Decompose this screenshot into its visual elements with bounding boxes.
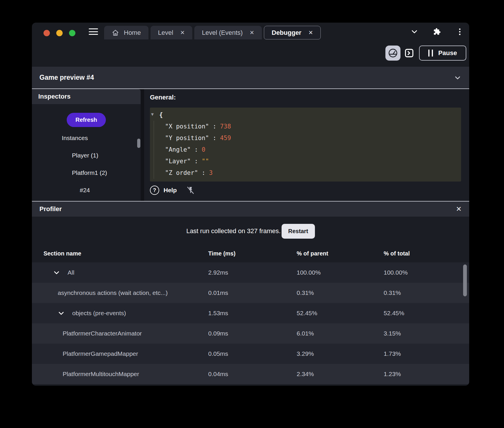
debugger-toolbar: Pause (32, 39, 469, 67)
refresh-button[interactable]: Refresh (67, 113, 106, 127)
profiler-table-header: Section name Time (ms) % of parent % of … (32, 246, 469, 262)
console-icon (404, 48, 414, 58)
json-value: 0 (202, 146, 205, 153)
tab-level-events-[interactable]: Level (Events)✕ (194, 26, 262, 39)
tree-item-label: Player (1) (72, 152, 98, 159)
percent-of-total-cell: 52.45% (384, 303, 404, 323)
percent-of-total-cell: 0.31% (384, 283, 401, 303)
inspectors-header: Inspectors (32, 89, 141, 104)
section-name-cell: asynchronous actions (wait action, etc..… (58, 283, 168, 303)
percent-of-parent-cell: 3.29% (297, 344, 314, 364)
more-options-kebab-icon[interactable] (456, 28, 463, 35)
column-header-section-name: Section name (43, 250, 81, 257)
profiler-row-objects-pre-events-[interactable]: objects (pre-events)1.53ms52.45%52.45% (32, 303, 469, 323)
tab-label: Level (Events) (202, 29, 243, 37)
tab-label: Level (158, 29, 173, 37)
debugger-window: HomeLevel✕Level (Events)✕Debugger✕ Pause… (32, 23, 469, 386)
profiler-status-text: Last run collected on 327 frames. (186, 227, 280, 235)
inspectors-scrollbar-thumb[interactable] (137, 139, 140, 148)
section-name-cell: PlatformerMultitouchMapper (63, 364, 139, 384)
tab-close-icon[interactable]: ✕ (308, 29, 313, 36)
tab-level[interactable]: Level✕ (151, 26, 193, 39)
help-row: ? Help (150, 186, 461, 195)
json-lines: ▼{X position738Y position459Angle0Layer"… (150, 109, 461, 179)
json-property-line: Y position459 (150, 132, 461, 144)
section-name-label: All (68, 269, 74, 276)
chevron-down-icon[interactable] (411, 28, 418, 35)
json-key: Layer (165, 158, 202, 165)
title-bar: HomeLevel✕Level (Events)✕Debugger✕ (32, 23, 469, 39)
tab-debugger[interactable]: Debugger✕ (264, 26, 321, 39)
maximize-window-button[interactable] (69, 30, 75, 36)
inspector-split: Inspectors Refresh InstancesPlayer (1)Pl… (32, 89, 469, 201)
percent-of-total-cell: 1.23% (384, 364, 401, 384)
json-key: Y position (165, 135, 220, 142)
hamburger-menu-icon[interactable] (89, 28, 98, 35)
expand-chevron-icon[interactable] (53, 269, 60, 276)
json-property-line: X position738 (150, 121, 461, 132)
tree-item-instances[interactable]: Instances (32, 129, 141, 147)
open-brace: { (159, 111, 163, 118)
close-window-button[interactable] (43, 30, 50, 36)
window-controls (43, 30, 75, 36)
titlebar-right-icons (411, 28, 463, 35)
tab-label: Home (124, 29, 141, 37)
game-preview-title: Game preview #4 (39, 74, 94, 81)
percent-of-parent-cell: 6.01% (297, 323, 314, 344)
speedometer-icon (387, 48, 398, 59)
minimize-window-button[interactable] (56, 30, 63, 36)
unpin-icon[interactable] (186, 186, 195, 195)
time-cell: 0.01ms (208, 283, 228, 303)
home-icon (112, 29, 119, 37)
extensions-puzzle-icon[interactable] (433, 28, 441, 35)
percent-of-total-cell: 3.15% (384, 323, 401, 344)
profiler-row-platformergamepadmapper: PlatformerGamepadMapper0.05ms3.29%1.73% (32, 344, 469, 364)
profiler-row-asynchronous-actions-wait-action-etc-: asynchronous actions (wait action, etc..… (32, 283, 469, 303)
inspectors-tree-area: Refresh InstancesPlayer (1)Platform1 (2)… (32, 104, 141, 201)
time-cell: 0.05ms (208, 344, 228, 364)
help-label[interactable]: Help (164, 187, 177, 194)
percent-of-parent-cell: 52.45% (297, 303, 317, 323)
tree-item-label: #24 (80, 187, 90, 194)
profiler-scrollbar-thumb[interactable] (463, 264, 467, 296)
screenshot-background: { "titlebar": { "tabs": [ {"label": "Hom… (0, 0, 504, 428)
restart-button[interactable]: Restart (282, 224, 315, 239)
profiler-status-row: Last run collected on 327 frames. Restar… (32, 223, 469, 239)
profiler-row-all[interactable]: All2.92ms100.00%100.00% (32, 262, 469, 283)
close-profiler-icon[interactable]: ✕ (456, 206, 462, 213)
pause-icon (428, 50, 433, 57)
profiler-header: Profiler ✕ (32, 201, 469, 217)
tab-close-icon[interactable]: ✕ (180, 29, 185, 36)
collapse-chevron-icon[interactable] (454, 74, 462, 82)
console-button[interactable] (403, 47, 415, 59)
expand-chevron-icon[interactable] (58, 310, 65, 317)
pause-button[interactable]: Pause (419, 46, 466, 61)
tree-item--24[interactable]: #24 (32, 182, 141, 199)
tree-item-player-1-[interactable]: Player (1) (32, 147, 141, 164)
collapse-triangle-icon[interactable]: ▼ (151, 108, 154, 120)
section-name-cell: PlatformerCharacterAnimator (63, 323, 142, 344)
section-name-label: PlatformerGamepadMapper (63, 350, 138, 357)
tab-home[interactable]: Home (104, 26, 148, 39)
section-name-cell: PlatformerGamepadMapper (63, 344, 138, 364)
tree-item-platform1-2-[interactable]: Platform1 (2) (32, 164, 141, 182)
game-preview-header[interactable]: Game preview #4 (32, 67, 469, 89)
json-key: Z order (165, 169, 209, 176)
tab-bar: HomeLevel✕Level (Events)✕Debugger✕ (104, 26, 321, 39)
column-header-percent-of-total: % of total (384, 250, 410, 257)
tab-close-icon[interactable]: ✕ (250, 29, 254, 36)
profiler-toggle-button[interactable] (385, 46, 400, 61)
inspectors-panel: Inspectors Refresh InstancesPlayer (1)Pl… (32, 89, 141, 201)
help-question-icon[interactable]: ? (150, 186, 159, 195)
profiler-panel: Last run collected on 327 frames. Restar… (32, 217, 469, 386)
time-cell: 2.92ms (208, 262, 228, 283)
time-cell: 0.09ms (208, 323, 228, 344)
section-name-cell: objects (pre-events) (58, 303, 126, 323)
json-value: 3 (209, 169, 213, 176)
inspectors-tree: InstancesPlayer (1)Platform1 (2)#24 (32, 129, 141, 199)
percent-of-parent-cell: 2.34% (297, 364, 314, 384)
indent-guide-line (154, 121, 154, 179)
percent-of-total-cell: 100.00% (384, 262, 408, 283)
profiler-row-platformercharacteranimator: PlatformerCharacterAnimator0.09ms6.01%3.… (32, 323, 469, 344)
json-property-line: Angle0 (150, 144, 461, 155)
